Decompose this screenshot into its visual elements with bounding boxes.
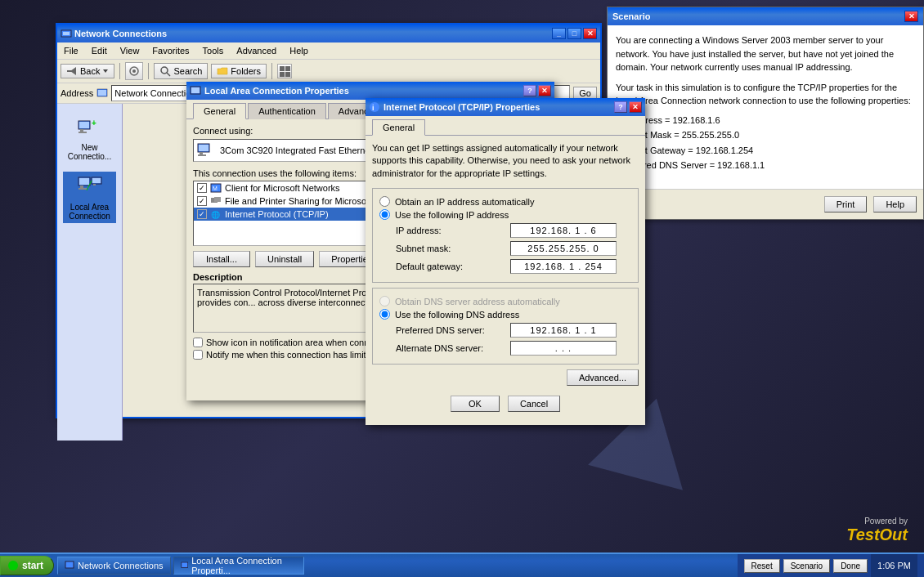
taskbar-item-label-0: Network Connections — [78, 561, 164, 570]
svg-rect-10 — [98, 90, 106, 96]
subnet-input[interactable] — [510, 241, 617, 256]
uninstall-btn[interactable]: Uninstall — [255, 251, 314, 267]
menu-advanced[interactable]: Advanced — [230, 44, 283, 57]
testout-logo: Powered by TestOut — [846, 517, 908, 544]
svg-rect-39 — [181, 562, 187, 567]
menu-favorites[interactable]: Favorites — [146, 44, 195, 57]
menu-file[interactable]: File — [57, 44, 85, 57]
new-connection-icon[interactable]: + NewConnectio... — [63, 112, 116, 163]
tcpip-titlebar: i Internet Protocol (TCP/IP) Properties … — [366, 98, 645, 116]
menu-view[interactable]: View — [114, 44, 146, 57]
done-btn[interactable]: Done — [833, 559, 868, 573]
tcpip-tab-general[interactable]: General — [372, 119, 425, 136]
menu-edit[interactable]: Edit — [85, 44, 114, 57]
address-label: Address — [61, 88, 93, 98]
menu-help[interactable]: Help — [283, 44, 315, 57]
svg-rect-38 — [65, 561, 74, 568]
nc-title: Network Connections — [74, 29, 167, 38]
testout-brand: TestOut — [846, 526, 908, 544]
network-connections-titlebar: Network Connections _ □ ✕ — [57, 25, 600, 42]
manual-ip-radio[interactable] — [379, 209, 390, 220]
tcpip-info: You can get IP settings assigned automat… — [372, 142, 639, 180]
tcpip-help-btn[interactable]: ? — [614, 101, 627, 113]
scenario-btn[interactable]: Scenario — [783, 559, 830, 573]
folders-btn[interactable]: Folders — [211, 64, 267, 78]
nc-minimize-btn[interactable]: _ — [552, 28, 566, 39]
reset-btn[interactable]: Reset — [744, 559, 780, 573]
svg-text:+: + — [92, 119, 96, 127]
preferred-dns-input[interactable] — [510, 323, 617, 338]
svg-rect-27 — [199, 145, 209, 151]
tcpip-title-text: Internet Protocol (TCP/IP) Properties — [384, 102, 540, 112]
svg-point-6 — [132, 69, 136, 73]
install-btn[interactable]: Install... — [193, 251, 250, 267]
tcpip-ok-btn[interactable]: OK — [451, 396, 500, 412]
checkbox-2[interactable]: ✓ — [197, 209, 207, 219]
taskbar-item-1[interactable]: Local Area Connection Properti... — [173, 557, 304, 575]
auto-dns-radio[interactable] — [379, 296, 390, 306]
svg-rect-18 — [80, 186, 83, 188]
menu-tools[interactable]: Tools — [196, 44, 231, 57]
preferred-dns-row: Preferred DNS server: — [396, 323, 631, 338]
tab-authentication[interactable]: Authentication — [248, 103, 326, 119]
manual-dns-radio[interactable] — [379, 309, 390, 320]
desktop: Network Connections _ □ ✕ File Edit View… — [0, 0, 924, 577]
new-connection-img: + — [77, 114, 103, 141]
nc-close-btn[interactable]: ✕ — [583, 28, 597, 39]
tcpip-cancel-btn[interactable]: Cancel — [508, 396, 560, 412]
tab-general[interactable]: General — [193, 103, 246, 119]
lac-help-btn[interactable]: ? — [523, 85, 536, 96]
print-btn[interactable]: Print — [824, 196, 868, 212]
nc-maximize-btn[interactable]: □ — [567, 28, 581, 39]
taskbar: start Network Connections Local Area Con… — [0, 552, 924, 577]
large-icons-view-btn[interactable] — [277, 64, 292, 78]
gateway-input[interactable] — [510, 259, 617, 274]
toolbar-icon-btn1[interactable] — [125, 62, 143, 80]
start-button[interactable]: start — [0, 556, 54, 575]
show-icon-checkbox[interactable] — [193, 338, 203, 347]
help-btn[interactable]: Help — [873, 196, 917, 212]
scenario-text2: Your task in this simulation is to confi… — [616, 81, 915, 108]
auto-ip-radio[interactable] — [379, 196, 390, 207]
prop-4: Preferred DNS Server = 192.168.1.1 — [619, 158, 915, 173]
checkbox-0[interactable]: ✓ — [197, 183, 207, 193]
search-btn[interactable]: Search — [154, 63, 208, 79]
local-area-img — [77, 174, 103, 200]
taskbar-clock: 1:06 PM — [871, 554, 917, 577]
taskbar-item-label-1: Local Area Connection Properti... — [191, 556, 296, 575]
scenario-close-btn[interactable]: ✕ — [904, 11, 918, 22]
scenario-content: You are connecting a Windows Server 2003… — [608, 25, 923, 189]
nc-toolbar: Back Search Folders — [57, 60, 600, 83]
auto-dns-row: Obtain DNS server address automatically — [379, 296, 631, 306]
toolbar-sep2 — [148, 63, 149, 79]
address-icon — [96, 87, 108, 99]
notify-checkbox[interactable] — [193, 350, 203, 360]
nc-menubar: File Edit View Favorites Tools Advanced … — [57, 42, 600, 60]
back-btn[interactable]: Back — [61, 64, 114, 78]
svg-rect-33 — [214, 197, 221, 202]
nc-sidebar: + NewConnectio... — [57, 104, 123, 441]
ip-address-label: IP address: — [396, 226, 510, 235]
network-connections-icon — [61, 28, 72, 39]
local-area-connection-icon[interactable]: Local AreaConnection — [63, 172, 116, 223]
advanced-btn[interactable]: Advanced... — [567, 369, 639, 386]
tcpip-properties-dialog: i Internet Protocol (TCP/IP) Properties … — [366, 98, 645, 425]
tcpip-title-left: i Internet Protocol (TCP/IP) Properties — [369, 101, 540, 113]
svg-rect-21 — [92, 178, 101, 183]
alternate-dns-input[interactable] — [510, 341, 617, 356]
lac-close-btn[interactable]: ✕ — [538, 85, 551, 96]
ip-address-input[interactable] — [510, 223, 617, 238]
manual-dns-label: Use the following DNS address — [395, 310, 519, 320]
svg-rect-1 — [63, 32, 70, 35]
checkbox-1[interactable]: ✓ — [197, 196, 207, 206]
svg-rect-13 — [80, 129, 83, 132]
toolbar-sep1 — [119, 63, 120, 79]
tcpip-close-btn[interactable]: ✕ — [629, 101, 642, 113]
taskbar-item-0[interactable]: Network Connections — [57, 557, 171, 575]
scenario-title: Scenario — [612, 11, 650, 21]
svg-point-7 — [161, 67, 168, 74]
tcpip-tabs: General — [366, 116, 645, 136]
svg-text:i: i — [372, 104, 375, 112]
svg-rect-19 — [78, 188, 87, 190]
svg-rect-28 — [200, 152, 203, 154]
